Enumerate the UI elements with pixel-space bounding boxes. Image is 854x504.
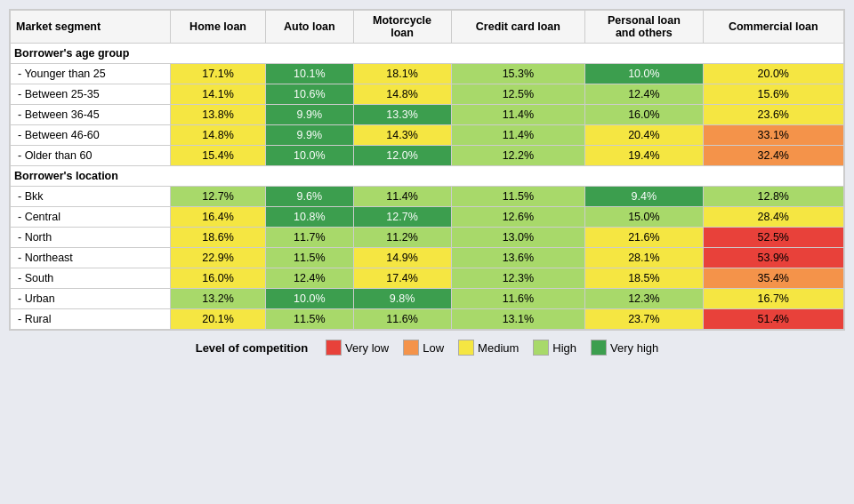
cell-value: 14.3% (353, 125, 451, 146)
cell-value: 13.1% (451, 309, 585, 330)
cell-value: 12.4% (266, 268, 353, 289)
table-row: - Bkk12.7%9.6%11.4%11.5%9.4%12.8% (11, 187, 844, 207)
row-label: - Younger than 25 (11, 64, 171, 84)
cell-value: 10.0% (266, 289, 353, 309)
cell-value: 15.4% (171, 146, 266, 166)
row-label: - Rural (11, 309, 171, 330)
table-row: - Between 25-3514.1%10.6%14.8%12.5%12.4%… (11, 84, 844, 105)
cell-value: 15.6% (703, 84, 843, 105)
cell-value: 10.8% (266, 207, 353, 228)
cell-value: 20.0% (703, 64, 843, 84)
cell-value: 18.6% (171, 228, 266, 248)
cell-value: 17.4% (353, 268, 451, 289)
cell-value: 15.0% (585, 207, 703, 228)
legend-label: High (552, 341, 576, 355)
cell-value: 20.1% (171, 309, 266, 330)
legend-label: Low (423, 341, 444, 355)
table-row: - South16.0%12.4%17.4%12.3%18.5%35.4% (11, 268, 844, 289)
col-personal-loan: Personal loanand others (585, 11, 703, 44)
col-commercial-loan: Commercial loan (703, 11, 843, 44)
cell-value: 16.7% (703, 289, 843, 309)
cell-value: 17.1% (171, 64, 266, 84)
table-row: - North18.6%11.7%11.2%13.0%21.6%52.5% (11, 228, 844, 248)
row-label: - Between 36-45 (11, 105, 171, 125)
cell-value: 9.4% (585, 187, 703, 207)
cell-value: 12.3% (451, 268, 585, 289)
cell-value: 12.8% (703, 187, 843, 207)
cell-value: 28.1% (585, 248, 703, 268)
legend-item: Low (403, 340, 444, 356)
cell-value: 51.4% (703, 309, 843, 330)
cell-value: 14.9% (353, 248, 451, 268)
section-header-row: Borrower's age group (11, 44, 844, 64)
cell-value: 14.8% (353, 84, 451, 105)
cell-value: 11.7% (266, 228, 353, 248)
legend-item: Very high (591, 340, 658, 356)
legend-label: Medium (478, 341, 519, 355)
cell-value: 32.4% (703, 146, 843, 166)
legend-item: Medium (458, 340, 519, 356)
table-row: - Between 46-6014.8%9.9%14.3%11.4%20.4%3… (11, 125, 844, 146)
cell-value: 10.0% (266, 146, 353, 166)
cell-value: 23.7% (585, 309, 703, 330)
cell-value: 20.4% (585, 125, 703, 146)
legend-title: Level of competition (196, 341, 308, 355)
cell-value: 22.9% (171, 248, 266, 268)
cell-value: 12.6% (451, 207, 585, 228)
table-row: - Central16.4%10.8%12.7%12.6%15.0%28.4% (11, 207, 844, 228)
table-row: - Younger than 2517.1%10.1%18.1%15.3%10.… (11, 64, 844, 84)
cell-value: 12.2% (451, 146, 585, 166)
section-title: Borrower's location (11, 166, 844, 187)
legend-item: Very low (326, 340, 389, 356)
legend: Level of competition Very lowLowMediumHi… (196, 331, 659, 359)
row-label: - Urban (11, 289, 171, 309)
table-row: - Rural20.1%11.5%11.6%13.1%23.7%51.4% (11, 309, 844, 330)
cell-value: 10.6% (266, 84, 353, 105)
cell-value: 9.9% (266, 105, 353, 125)
table-row: - Urban13.2%10.0%9.8%11.6%12.3%16.7% (11, 289, 844, 309)
legend-item: High (533, 340, 576, 356)
cell-value: 16.0% (585, 105, 703, 125)
cell-value: 13.0% (451, 228, 585, 248)
col-credit-card-loan: Credit card loan (451, 11, 585, 44)
cell-value: 11.5% (266, 248, 353, 268)
cell-value: 21.6% (585, 228, 703, 248)
cell-value: 28.4% (703, 207, 843, 228)
legend-color-box (458, 340, 474, 356)
cell-value: 9.6% (266, 187, 353, 207)
cell-value: 11.2% (353, 228, 451, 248)
col-auto-loan: Auto loan (266, 11, 353, 44)
cell-value: 23.6% (703, 105, 843, 125)
cell-value: 10.1% (266, 64, 353, 84)
row-label: - Older than 60 (11, 146, 171, 166)
cell-value: 33.1% (703, 125, 843, 146)
table-row: - Older than 6015.4%10.0%12.0%12.2%19.4%… (11, 146, 844, 166)
cell-value: 11.4% (451, 105, 585, 125)
cell-value: 12.7% (171, 187, 266, 207)
cell-value: 9.9% (266, 125, 353, 146)
cell-value: 12.7% (353, 207, 451, 228)
cell-value: 52.5% (703, 228, 843, 248)
cell-value: 18.1% (353, 64, 451, 84)
cell-value: 11.6% (451, 289, 585, 309)
legend-color-box (403, 340, 419, 356)
heatmap-table: Market segment Home loan Auto loan Motor… (10, 10, 844, 330)
col-market-segment: Market segment (11, 11, 171, 44)
cell-value: 12.4% (585, 84, 703, 105)
cell-value: 13.6% (451, 248, 585, 268)
section-title: Borrower's age group (11, 44, 844, 64)
cell-value: 11.4% (451, 125, 585, 146)
col-motorcycle-loan: Motorcycleloan (353, 11, 451, 44)
cell-value: 14.1% (171, 84, 266, 105)
cell-value: 13.8% (171, 105, 266, 125)
cell-value: 19.4% (585, 146, 703, 166)
cell-value: 12.3% (585, 289, 703, 309)
cell-value: 35.4% (703, 268, 843, 289)
cell-value: 11.6% (353, 309, 451, 330)
cell-value: 14.8% (171, 125, 266, 146)
legend-label: Very high (610, 341, 658, 355)
cell-value: 16.0% (171, 268, 266, 289)
cell-value: 53.9% (703, 248, 843, 268)
cell-value: 13.3% (353, 105, 451, 125)
legend-color-box (533, 340, 549, 356)
